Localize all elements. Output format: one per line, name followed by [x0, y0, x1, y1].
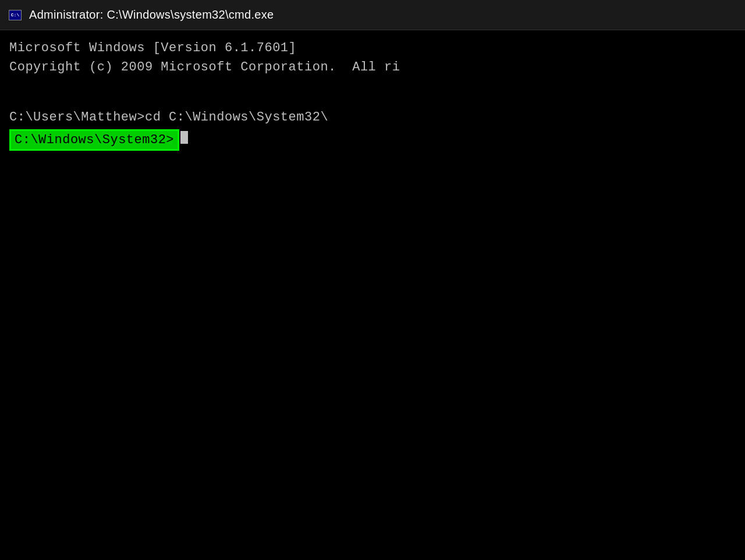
cmd-icon: C:\ — [8, 8, 23, 23]
prompt-highlight: C:\Windows\System32> — [9, 129, 179, 151]
version-line: Microsoft Windows [Version 6.1.7601] — [9, 38, 736, 58]
window-title: Administrator: C:\Windows\system32\cmd.e… — [29, 8, 274, 22]
cmd-window: C:\ Administrator: C:\Windows\system32\c… — [0, 0, 745, 560]
title-bar-icon: C:\ — [7, 7, 23, 23]
cursor-block — [180, 131, 188, 144]
terminal-body[interactable]: Microsoft Windows [Version 6.1.7601] Cop… — [0, 30, 745, 560]
command-line: C:\Users\Matthew>cd C:\Windows\System32\ — [9, 108, 736, 127]
title-bar: C:\ Administrator: C:\Windows\system32\c… — [0, 0, 745, 30]
copyright-line: Copyright (c) 2009 Microsoft Corporation… — [9, 58, 736, 77]
empty-line — [9, 88, 736, 108]
current-prompt-line: C:\Windows\System32> — [9, 129, 736, 151]
cursor-area — [180, 129, 188, 144]
